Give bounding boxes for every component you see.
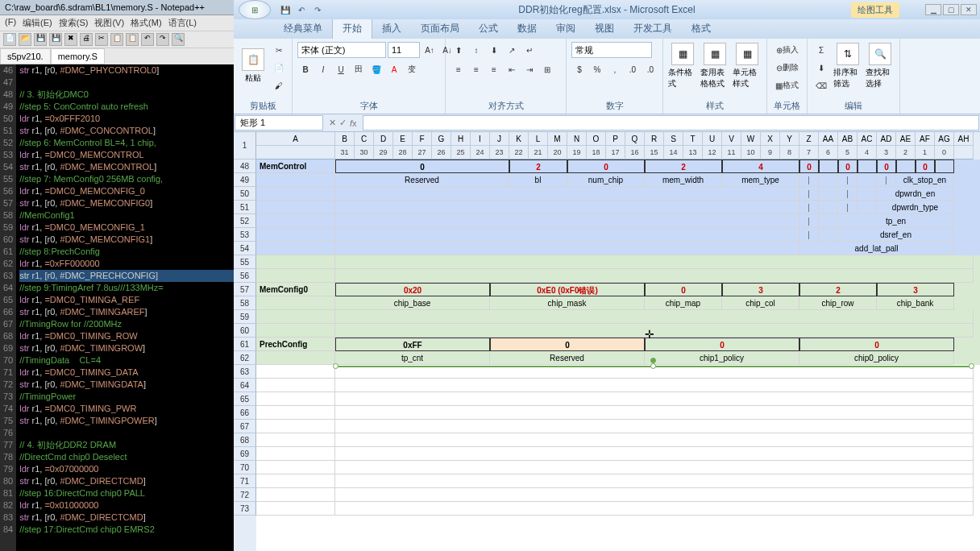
col-header-X[interactable]: X — [761, 132, 780, 146]
col-header-AE[interactable]: AE — [896, 132, 916, 146]
col-header-B[interactable]: B — [335, 132, 355, 146]
close-button[interactable]: ✕ — [961, 4, 977, 15]
row-header-60[interactable]: 60 — [234, 324, 256, 338]
cell[interactable]: Reserved — [490, 351, 645, 365]
npp-menu-bar[interactable]: (F) 编辑(E) 搜索(S) 视图(V) 格式(M) 语言(L) — [0, 15, 234, 31]
cell[interactable] — [256, 433, 335, 447]
cell[interactable]: 0 — [567, 160, 645, 173]
orientation-icon[interactable]: ↗ — [504, 42, 520, 58]
cell[interactable]: dpwrdn_type — [877, 201, 954, 214]
col-header-S[interactable]: S — [664, 132, 683, 146]
increase-font-icon[interactable]: A↑ — [421, 42, 438, 58]
cell[interactable]: PrechConfig — [256, 338, 335, 351]
drawing-tools-tab[interactable]: 绘图工具 — [851, 2, 899, 18]
row-header-59[interactable]: 59 — [234, 310, 256, 324]
redo-icon[interactable]: ↷ — [311, 3, 324, 16]
save-icon[interactable]: 💾 — [279, 3, 292, 16]
cell[interactable] — [256, 201, 335, 214]
ribbon-tab-0[interactable]: 经典菜单 — [274, 19, 332, 39]
fx-icon[interactable]: fx — [350, 118, 357, 128]
row-header-71[interactable]: 71 — [234, 474, 256, 488]
row-header-49[interactable]: 49 — [234, 173, 256, 187]
fill-color-icon[interactable]: 🪣 — [368, 61, 384, 77]
cell[interactable]: 0 — [799, 160, 819, 173]
col-header-M[interactable]: M — [548, 132, 567, 146]
autosum-icon[interactable]: Σ — [812, 42, 830, 58]
undo-icon[interactable]: ↶ — [141, 33, 154, 46]
cell[interactable]: 0x20 — [335, 283, 490, 296]
col-header-G[interactable]: G — [432, 132, 451, 146]
cell[interactable] — [256, 324, 335, 338]
cell[interactable] — [819, 214, 838, 228]
cell[interactable] — [256, 379, 335, 392]
open-icon[interactable]: 📂 — [19, 33, 31, 46]
cell[interactable]: 2 — [645, 160, 722, 173]
cancel-fx-icon[interactable]: ✕ — [329, 118, 336, 128]
cell[interactable]: mem_type — [722, 173, 799, 187]
col-header-K[interactable]: K — [509, 132, 529, 146]
cell[interactable]: 0 — [877, 160, 896, 173]
row-header-56[interactable]: 56 — [234, 269, 256, 283]
col-header-I[interactable]: I — [471, 132, 490, 146]
format-cells-button[interactable]: ▦ 格式 — [772, 77, 802, 93]
cell[interactable]: | — [877, 173, 896, 187]
cell[interactable]: 0 — [838, 160, 858, 173]
cell[interactable]: 0 — [490, 338, 645, 351]
cell[interactable] — [819, 201, 838, 214]
col-header-E[interactable]: E — [393, 132, 413, 146]
align-left-icon[interactable]: ≡ — [451, 61, 467, 77]
copy-icon[interactable]: 📄 — [271, 60, 287, 76]
cell[interactable]: Reserved — [335, 173, 509, 187]
ribbon-tab-8[interactable]: 开发工具 — [624, 19, 682, 39]
cell[interactable]: | — [799, 228, 819, 242]
cell[interactable] — [335, 324, 974, 338]
row-header-61[interactable]: 61 — [234, 338, 256, 351]
row-headers[interactable]: 1 48495051525354555657585960616263646566… — [234, 132, 256, 551]
cell[interactable]: 3 — [722, 283, 799, 296]
row-header-64[interactable]: 64 — [234, 379, 256, 392]
align-bottom-icon[interactable]: ⬇ — [486, 42, 502, 58]
row-header-67[interactable]: 67 — [234, 420, 256, 433]
cell-styles-button[interactable]: ▦单元格样式 — [733, 42, 762, 90]
cell[interactable]: dsref_en — [838, 228, 954, 242]
row-header-66[interactable]: 66 — [234, 406, 256, 420]
ribbon-tab-6[interactable]: 审阅 — [546, 19, 585, 39]
cell[interactable]: | — [799, 201, 819, 214]
cell[interactable] — [858, 201, 877, 214]
row-header-48[interactable]: 48 — [234, 160, 256, 173]
cell[interactable]: | — [799, 214, 819, 228]
cell[interactable] — [335, 433, 974, 447]
col-header-L[interactable]: L — [529, 132, 548, 146]
table-format-button[interactable]: ▦套用表格格式 — [700, 42, 729, 90]
col-header-H[interactable]: H — [451, 132, 471, 146]
col-header-R[interactable]: R — [645, 132, 664, 146]
row-header-65[interactable]: 65 — [234, 392, 256, 406]
align-right-icon[interactable]: ≡ — [486, 61, 502, 77]
cell[interactable]: tp_en — [838, 214, 954, 228]
col-header-AD[interactable]: AD — [877, 132, 896, 146]
formula-bar[interactable] — [363, 115, 979, 130]
col-header-O[interactable]: O — [587, 132, 606, 146]
copy-icon[interactable]: 📋 — [110, 33, 123, 46]
cell[interactable] — [335, 242, 799, 255]
cell[interactable]: 2 — [509, 160, 567, 173]
comma-icon[interactable]: , — [607, 61, 623, 77]
cell[interactable] — [256, 173, 335, 187]
row-header-58[interactable]: 58 — [234, 296, 256, 310]
enter-fx-icon[interactable]: ✓ — [339, 118, 347, 128]
undo-icon[interactable]: ↶ — [295, 3, 308, 16]
redo-icon[interactable]: ↷ — [156, 33, 169, 46]
cell[interactable]: chip1_policy — [645, 351, 799, 365]
cell[interactable] — [335, 420, 974, 433]
underline-button[interactable]: U — [333, 61, 349, 77]
cell[interactable] — [256, 461, 335, 474]
cell[interactable]: | — [799, 173, 819, 187]
row-header-54[interactable]: 54 — [234, 242, 256, 255]
row-header-53[interactable]: 53 — [234, 228, 256, 242]
cell[interactable] — [256, 296, 335, 310]
cell[interactable]: | — [838, 187, 858, 201]
cell[interactable]: 0 — [645, 283, 722, 296]
row-header-73[interactable]: 73 — [234, 502, 256, 516]
col-header-W[interactable]: W — [741, 132, 761, 146]
cell[interactable]: MemConfig0 — [256, 283, 335, 296]
